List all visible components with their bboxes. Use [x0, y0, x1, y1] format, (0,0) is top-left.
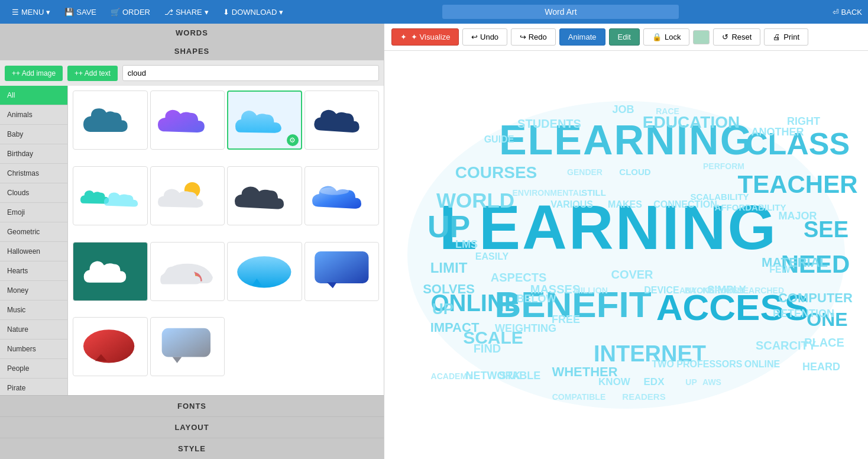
speech-bubble-rect-icon [312, 248, 371, 294]
shape-search-input[interactable] [122, 65, 379, 81]
word-cloud-svg: ELEARNING CLASS TEACHER LEARNING UP BENE… [390, 77, 863, 432]
purple-cloud-icon [158, 97, 217, 143]
svg-text:MAJOR: MAJOR [778, 210, 817, 222]
category-music[interactable]: Music [0, 300, 67, 320]
svg-text:STABLE: STABLE [499, 370, 541, 382]
canvas-area[interactable]: ELEARNING CLASS TEACHER LEARNING UP BENE… [384, 51, 868, 459]
shape-cell-navy-cloud[interactable] [305, 90, 380, 150]
layout-section-header[interactable]: LAYOUT [0, 416, 384, 438]
selected-indicator [287, 134, 299, 146]
add-image-button[interactable]: + + Add image [5, 66, 63, 81]
svg-text:COVER: COVER [611, 268, 653, 281]
svg-text:COMPATIBLE: COMPATIBLE [552, 392, 605, 402]
category-christmas[interactable]: Christmas [0, 164, 67, 183]
svg-text:COURSES: COURSES [455, 163, 537, 182]
category-halloween[interactable]: Halloween [0, 242, 67, 261]
category-pirate[interactable]: Pirate [0, 379, 67, 395]
svg-text:STUDENTS: STUDENTS [517, 117, 581, 130]
shape-cell-teal-clouds[interactable] [73, 166, 148, 225]
shape-cell-dark-blue-cloud[interactable] [227, 166, 302, 225]
category-clouds[interactable]: Clouds [0, 183, 67, 203]
svg-text:RIGHT: RIGHT [787, 115, 820, 127]
shape-cell-rainbow-cloud[interactable] [150, 242, 225, 301]
fonts-section-header[interactable]: FONTS [0, 395, 384, 416]
svg-rect-8 [162, 328, 210, 357]
svg-text:PERFORM: PERFORM [703, 161, 744, 171]
svg-text:ANOTHER: ANOTHER [752, 126, 804, 138]
back-button[interactable]: ⏎ BACK [833, 8, 862, 17]
title-input[interactable] [442, 5, 679, 19]
order-button[interactable]: 🛒 ORDER [105, 5, 156, 19]
category-geometric[interactable]: Geometric [0, 222, 67, 242]
shapes-section: + + Add image + + Add text All Animals B… [0, 60, 384, 395]
dark-cloud-icon [80, 97, 140, 143]
category-money[interactable]: Money [0, 281, 67, 300]
download-button[interactable]: ⬇ DOWNLOAD ▾ [217, 5, 290, 19]
menu-chevron-icon: ▾ [46, 8, 50, 17]
shape-cell-teal-bg-cloud[interactable] [73, 242, 148, 301]
reset-button[interactable]: ↺ Reset [713, 28, 760, 46]
menu-button[interactable]: ☰ MENU ▾ [6, 5, 56, 19]
redo-button[interactable]: ↪ Redo [511, 28, 556, 46]
shape-cell-blue-thought-bubble[interactable] [150, 317, 225, 376]
undo-button[interactable]: ↩ Undo [462, 28, 507, 46]
navy-cloud-icon [312, 97, 371, 143]
share-button[interactable]: ⎇ SHARE ▾ [158, 5, 215, 19]
edit-button[interactable]: Edit [609, 28, 640, 46]
lock-icon: 🔒 [652, 33, 662, 41]
shape-cell-sunny-cloud[interactable] [150, 166, 225, 225]
category-animals[interactable]: Animals [0, 105, 67, 125]
words-section-header[interactable]: WORDS [0, 24, 384, 42]
shape-cell-glossy-cloud[interactable] [305, 166, 380, 225]
print-button[interactable]: 🖨 Print [764, 28, 808, 46]
color-swatch[interactable] [693, 30, 710, 44]
title-bar [292, 5, 830, 19]
category-emoji[interactable]: Emoji [0, 203, 67, 222]
category-all[interactable]: All [0, 86, 67, 105]
visualize-icon: ✦ [400, 33, 407, 41]
rainbow-cloud-icon [158, 248, 217, 294]
category-birthday[interactable]: Birthday [0, 144, 67, 164]
category-people[interactable]: People [0, 359, 67, 379]
lock-button[interactable]: 🔒 Lock [643, 28, 689, 46]
shape-cell-speech-bubble-oval[interactable] [227, 242, 302, 301]
category-baby[interactable]: Baby [0, 125, 67, 144]
shape-cell-purple-cloud[interactable] [150, 90, 225, 150]
glossy-cloud-icon [312, 173, 371, 219]
svg-text:ACADEMY: ACADEMY [431, 371, 473, 381]
shape-cell-dark-cloud[interactable] [73, 90, 148, 150]
shape-cell-light-blue-cloud[interactable] [227, 90, 302, 150]
svg-text:ONLINE: ONLINE [744, 359, 780, 369]
svg-text:CLOUD: CLOUD [619, 167, 650, 177]
svg-text:ENVIRONMENTAL: ENVIRONMENTAL [512, 188, 584, 198]
svg-text:RACE: RACE [656, 106, 679, 116]
shape-cell-speech-bubble-rect[interactable] [305, 242, 380, 301]
left-panel: WORDS SHAPES + + Add image + + Add text [0, 24, 384, 459]
add-text-button[interactable]: + + Add text [67, 66, 118, 81]
svg-text:KNOW: KNOW [598, 376, 631, 387]
shapes-section-header[interactable]: SHAPES [0, 42, 384, 60]
svg-text:WEIGHTING: WEIGHTING [495, 322, 556, 334]
shape-cell-red-speech-bubble[interactable] [73, 317, 148, 376]
shape-grid [68, 86, 384, 395]
animate-button[interactable]: Animate [559, 28, 605, 46]
category-nature[interactable]: Nature [0, 320, 67, 340]
print-icon: 🖨 [773, 33, 780, 41]
save-icon: 💾 [64, 8, 74, 17]
light-blue-cloud-icon [235, 98, 293, 143]
svg-text:FIND: FIND [474, 342, 501, 355]
svg-text:RETENTION: RETENTION [773, 308, 834, 319]
visualize-button[interactable]: ✦ ✦ Visualize [391, 28, 459, 46]
order-icon: 🛒 [111, 8, 120, 17]
category-hearts[interactable]: Hearts [0, 261, 67, 281]
svg-text:READERS: READERS [622, 392, 665, 402]
style-section-header[interactable]: STYLE [0, 438, 384, 459]
shapes-content: All Animals Baby Birthday Christmas Clou… [0, 86, 384, 395]
svg-text:LIMIT: LIMIT [430, 260, 468, 276]
save-button[interactable]: 💾 SAVE [59, 5, 102, 19]
download-icon: ⬇ [223, 8, 229, 17]
category-numbers[interactable]: Numbers [0, 340, 67, 359]
svg-text:SCALABILITY: SCALABILITY [690, 192, 749, 202]
svg-marker-5 [327, 283, 337, 289]
svg-rect-4 [315, 251, 368, 283]
